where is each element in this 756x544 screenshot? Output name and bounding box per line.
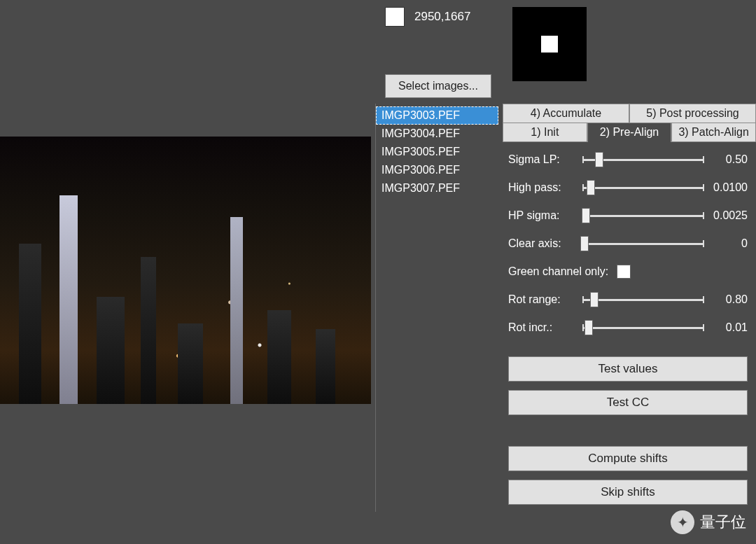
file-item[interactable]: IMGP3003.PEF: [376, 106, 498, 125]
slider-thumb[interactable]: [580, 236, 589, 251]
slider-track[interactable]: [582, 208, 704, 223]
slider-thumb[interactable]: [582, 208, 590, 223]
tab[interactable]: 3) Patch-Align: [671, 123, 756, 142]
tab-row-top: 4) Accumulate5) Post processing: [503, 104, 756, 123]
tab-area: 4) Accumulate5) Post processing 1) Init2…: [503, 104, 756, 512]
slider-value: 0.50: [708, 153, 748, 166]
thumbnail-marker: [541, 36, 558, 53]
file-item[interactable]: IMGP3007.PEF: [376, 179, 498, 197]
slider-rot-range: Rot range: 0.80: [508, 289, 748, 310]
select-images-button[interactable]: Select images...: [385, 74, 491, 98]
thumbnail[interactable]: [512, 7, 587, 81]
test-values-button[interactable]: Test values: [508, 356, 748, 382]
preview-image[interactable]: [0, 137, 371, 404]
slider-high-pass: High pass: 0.0100: [508, 177, 748, 198]
tab[interactable]: 4) Accumulate: [503, 104, 629, 123]
slider-hp-sigma: HP sigma: 0.0025: [508, 205, 748, 226]
test-cc-button[interactable]: Test CC: [508, 390, 748, 415]
tab[interactable]: 1) Init: [503, 123, 587, 142]
slider-track[interactable]: [582, 292, 704, 307]
slider-thumb[interactable]: [590, 292, 598, 307]
compute-shifts-button[interactable]: Compute shifts: [508, 446, 748, 471]
tab[interactable]: 2) Pre-Align: [587, 123, 672, 142]
slider-label: Rot incr.:: [508, 321, 578, 334]
slider-sigma-lp: Sigma LP: 0.50: [508, 149, 748, 170]
slider-track[interactable]: [582, 236, 704, 251]
top-block: 2950,1667 Select images...: [375, 0, 756, 104]
pre-align-panel: Sigma LP: 0.50 High pass: 0.0: [503, 142, 756, 512]
slider-label: Rot range:: [508, 293, 578, 306]
slider-label: HP sigma:: [508, 209, 578, 222]
slider-thumb[interactable]: [584, 320, 593, 335]
green-channel-row: Green channel only:: [508, 261, 748, 282]
file-item[interactable]: IMGP3006.PEF: [376, 161, 498, 179]
slider-label: High pass:: [508, 181, 578, 194]
slider-clear-axis: Clear axis: 0: [508, 233, 748, 254]
file-list[interactable]: IMGP3003.PEFIMGP3004.PEFIMGP3005.PEFIMGP…: [375, 104, 498, 512]
slider-value: 0.0025: [708, 209, 748, 222]
preview-pane: [0, 0, 371, 544]
slider-value: 0.01: [708, 321, 748, 334]
file-item[interactable]: IMGP3004.PEF: [376, 125, 498, 143]
slider-track[interactable]: [582, 180, 704, 195]
green-channel-checkbox[interactable]: [617, 265, 631, 279]
wechat-icon: ✦: [671, 510, 694, 534]
slider-thumb[interactable]: [595, 152, 603, 167]
slider-track[interactable]: [582, 320, 704, 335]
slider-label: Sigma LP:: [508, 153, 578, 166]
control-pane: 2950,1667 Select images... IMGP3003.PEFI…: [371, 0, 756, 544]
color-swatch[interactable]: [385, 7, 405, 27]
slider-value: 0: [708, 237, 748, 250]
watermark: ✦ 量子位: [671, 510, 746, 534]
slider-track[interactable]: [582, 152, 704, 167]
slider-label: Clear axis:: [508, 237, 578, 250]
slider-thumb[interactable]: [587, 180, 595, 195]
city-photo: [0, 137, 371, 404]
tab-row-bottom: 1) Init2) Pre-Align3) Patch-Align: [503, 123, 756, 142]
mid-row: IMGP3003.PEFIMGP3004.PEFIMGP3005.PEFIMGP…: [375, 104, 756, 512]
slider-value: 0.0100: [708, 181, 748, 194]
coord-row: 2950,1667: [385, 7, 491, 27]
coord-text: 2950,1667: [414, 10, 470, 24]
slider-value: 0.80: [708, 293, 748, 306]
app-root: 2950,1667 Select images... IMGP3003.PEFI…: [0, 0, 756, 544]
checkbox-label: Green channel only:: [508, 265, 608, 278]
slider-rot-incr: Rot incr.: 0.01: [508, 317, 748, 338]
skip-shifts-button[interactable]: Skip shifts: [508, 480, 748, 505]
tab[interactable]: 5) Post processing: [629, 104, 756, 123]
file-item[interactable]: IMGP3005.PEF: [376, 143, 498, 161]
watermark-text: 量子位: [700, 512, 746, 533]
